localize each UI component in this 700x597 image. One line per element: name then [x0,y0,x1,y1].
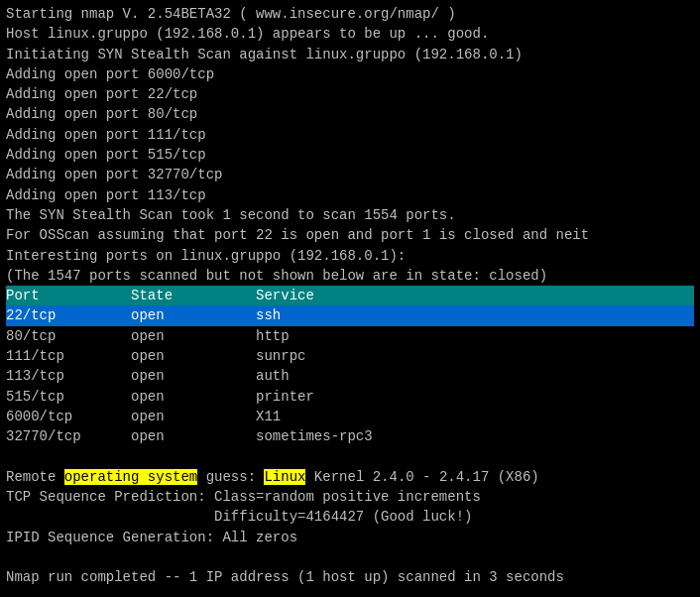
table-header: Port State Service [6,286,694,305]
os-after: Kernel 2.4.0 - 2.4.17 (X86) [305,469,538,485]
table-row-ssh: 22/tcp open ssh [6,305,694,325]
line-10: Adding open port 113/tcp [6,185,694,205]
tcp-line: Difficulty=4164427 (Good luck!) [6,507,694,527]
line-4: Adding open port 6000/tcp [6,64,694,84]
os-before: Remote [6,469,64,485]
table-row-printer: 515/tcp open printer [6,387,694,407]
blank-line-2 [6,547,694,567]
os-highlight-2: Linux [264,469,305,485]
complete-line: Nmap run completed -- 1 IP address (1 ho… [6,567,694,587]
line-1: Starting nmap V. 2.54BETA32 ( www.insecu… [6,4,694,24]
line-5: Adding open port 22/tcp [6,84,694,104]
line-2: Host linux.gruppo (192.168.0.1) appears … [6,24,694,44]
table-row-http: 80/tcp open http [6,326,694,346]
os-highlight-1: operating system [64,469,197,485]
table-row-auth: 113/tcp open auth [6,366,694,386]
terminal: Starting nmap V. 2.54BETA32 ( www.insecu… [0,0,700,597]
line-9: Adding open port 32770/tcp [6,165,694,184]
line-13: Interesting ports on linux.gruppo (192.1… [6,246,694,266]
table-row-rpc: 32770/tcp open sometimes-rpc3 [6,426,694,446]
os-line: Remote operating system guess: Linux Ker… [6,467,694,487]
line-3: Initiating SYN Stealth Scan against linu… [6,45,694,64]
table-row-x11: 6000/tcp open X11 [6,407,694,426]
line-7: Adding open port 111/tcp [6,125,694,145]
line-8: Adding open port 515/tcp [6,145,694,165]
line-14: (The 1547 ports scanned but not shown be… [6,266,694,286]
os-middle: guess: [197,469,264,485]
line-12: For OSScan assuming that port 22 is open… [6,225,694,245]
blank-line-1 [6,447,694,467]
line-6: Adding open port 80/tcp [6,104,694,124]
table-row-sunrpc: 111/tcp open sunrpc [6,346,694,366]
difficulty-line: IPID Sequence Generation: All zeros [6,528,694,547]
line-11: The SYN Stealth Scan took 1 second to sc… [6,205,694,225]
uptime-line: TCP Sequence Prediction: Class=random po… [6,487,694,507]
